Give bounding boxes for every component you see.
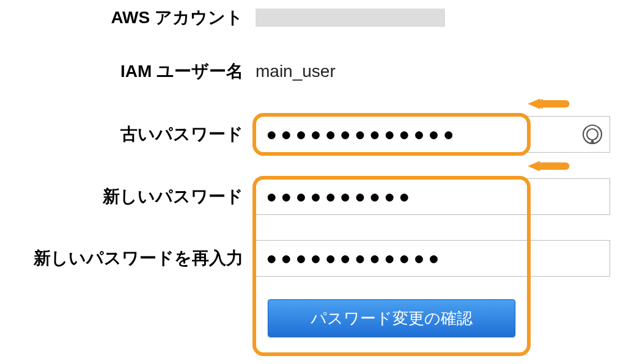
svg-point-2 — [591, 140, 594, 144]
aws-account-value-redacted — [256, 9, 445, 27]
iam-username-value: main_user — [256, 62, 336, 81]
old-password-row: 古いパスワード — [0, 116, 611, 153]
password-manager-icon[interactable] — [581, 123, 603, 145]
aws-account-row: AWS アカウント — [0, 6, 611, 29]
old-password-label: 古いパスワード — [0, 123, 243, 146]
aws-account-label: AWS アカウント — [0, 6, 243, 29]
confirm-password-change-button[interactable]: パスワード変更の確認 — [268, 299, 515, 337]
new-password-row: 新しいパスワード — [0, 178, 611, 215]
retype-password-input-wrapper — [256, 240, 610, 277]
retype-password-row: 新しいパスワードを再入力 — [0, 240, 611, 277]
iam-username-label: IAM ユーザー名 — [0, 60, 243, 83]
retype-password-input[interactable] — [256, 241, 609, 276]
iam-username-row: IAM ユーザー名 main_user — [0, 60, 611, 83]
svg-point-1 — [587, 129, 598, 140]
new-password-label: 新しいパスワード — [0, 185, 243, 208]
retype-password-label: 新しいパスワードを再入力 — [0, 247, 243, 270]
